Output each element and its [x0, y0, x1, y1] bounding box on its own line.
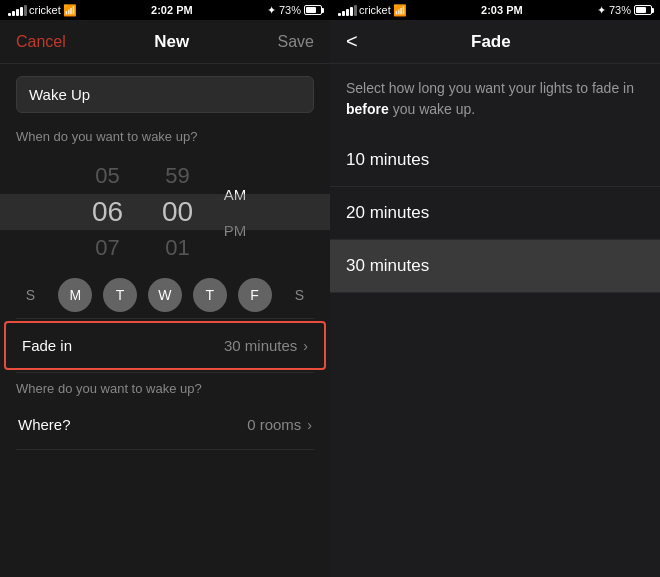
carrier-name-left: cricket: [29, 4, 61, 16]
battery-area-left: ✦ 73%: [267, 4, 322, 17]
bluetooth-icon-right: ✦: [597, 4, 606, 17]
alarm-name-input[interactable]: [16, 76, 314, 113]
fade-in-chevron: ›: [303, 338, 308, 354]
where-label: Where do you want to wake up?: [0, 373, 330, 400]
left-panel: cricket 📶 2:02 PM ✦ 73% Cancel New Save …: [0, 0, 330, 577]
fade-option-20[interactable]: 20 minutes: [330, 187, 660, 240]
hour-above: 05: [95, 158, 119, 194]
fade-in-row[interactable]: Fade in 30 minutes ›: [4, 321, 326, 370]
fade-in-label: Fade in: [22, 337, 72, 354]
save-button[interactable]: Save: [278, 33, 314, 51]
status-bar-right: cricket 📶 2:03 PM ✦ 73%: [330, 0, 660, 20]
time-picker[interactable]: 05 06 07 59 00 01 AM PM: [0, 152, 330, 272]
where-row[interactable]: Where? 0 rooms ›: [0, 400, 330, 449]
where-row-value: 0 rooms ›: [247, 416, 312, 433]
wifi-icon-right: 📶: [393, 4, 407, 17]
status-bar-left: cricket 📶 2:02 PM ✦ 73%: [0, 0, 330, 20]
nav-title-right: Fade: [366, 32, 644, 52]
wake-up-label: When do you want to wake up?: [0, 125, 330, 152]
hour-below: 07: [95, 230, 119, 266]
minute-selected: 00: [162, 194, 193, 230]
hour-selected: 06: [92, 194, 123, 230]
separator-bottom: [16, 449, 314, 450]
nav-bar-right: < Fade: [330, 20, 660, 64]
nav-title-left: New: [154, 32, 189, 51]
bluetooth-icon-left: ✦: [267, 4, 276, 17]
wifi-icon-left: 📶: [63, 4, 77, 17]
nav-bar-left: Cancel New Save: [0, 20, 330, 64]
carrier-name-right: cricket: [359, 4, 391, 16]
fade-option-10[interactable]: 10 minutes: [330, 134, 660, 187]
time-left: 2:02 PM: [151, 4, 193, 16]
day-thu[interactable]: T: [193, 278, 227, 312]
hour-column[interactable]: 05 06 07: [73, 158, 143, 266]
where-chevron: ›: [307, 417, 312, 433]
signal-bars-left: [8, 5, 27, 16]
minute-column[interactable]: 59 00 01: [143, 158, 213, 266]
pm-option[interactable]: PM: [224, 212, 247, 248]
minute-below: 01: [165, 230, 189, 266]
carrier-signal-right: cricket 📶: [338, 4, 407, 17]
fade-in-value: 30 minutes ›: [224, 337, 308, 354]
back-button[interactable]: <: [346, 30, 358, 53]
day-wed[interactable]: W: [148, 278, 182, 312]
battery-icon-left: [304, 5, 322, 15]
cancel-button[interactable]: Cancel: [16, 33, 66, 51]
signal-bars-right: [338, 5, 357, 16]
fade-in-value-text: 30 minutes: [224, 337, 297, 354]
minute-above: 59: [165, 158, 189, 194]
where-row-label: Where?: [18, 416, 71, 433]
day-mon[interactable]: M: [58, 278, 92, 312]
settings-section: Fade in 30 minutes › Where do you want t…: [0, 318, 330, 577]
fade-description: Select how long you want your lights to …: [330, 64, 660, 134]
battery-percent-right: 73%: [609, 4, 631, 16]
battery-percent-left: 73%: [279, 4, 301, 16]
carrier-signal-left: cricket 📶: [8, 4, 77, 17]
battery-area-right: ✦ 73%: [597, 4, 652, 17]
day-sun[interactable]: S: [13, 278, 47, 312]
time-right: 2:03 PM: [481, 4, 523, 16]
fade-options: 10 minutes 20 minutes 30 minutes: [330, 134, 660, 577]
fade-description-bold: before: [346, 101, 389, 117]
where-row-value-text: 0 rooms: [247, 416, 301, 433]
day-picker[interactable]: S M T W T F S: [0, 272, 330, 318]
alarm-name-section: [0, 64, 330, 125]
day-tue[interactable]: T: [103, 278, 137, 312]
fade-option-30[interactable]: 30 minutes: [330, 240, 660, 293]
separator-top: [16, 318, 314, 319]
right-panel: cricket 📶 2:03 PM ✦ 73% < Fade Select ho…: [330, 0, 660, 577]
am-option[interactable]: AM: [224, 176, 247, 212]
day-sat[interactable]: S: [282, 278, 316, 312]
ampm-column[interactable]: AM PM: [213, 176, 258, 248]
day-fri[interactable]: F: [238, 278, 272, 312]
battery-icon-right: [634, 5, 652, 15]
